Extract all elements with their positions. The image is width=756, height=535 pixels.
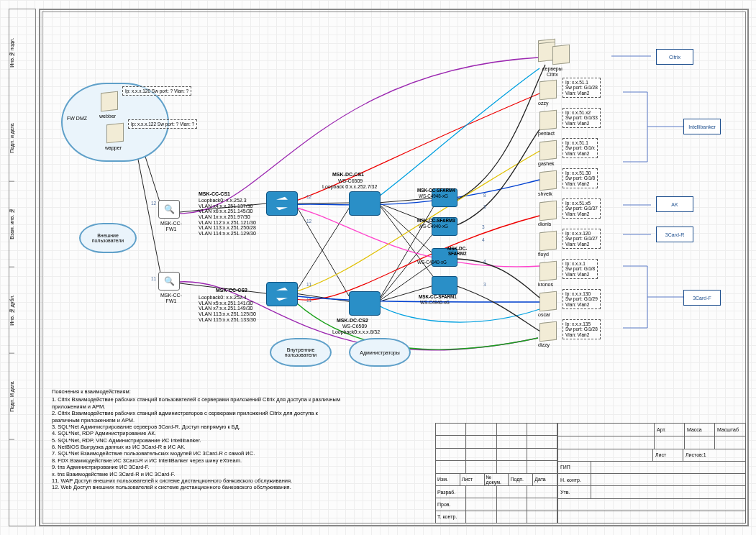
app-intellibanker: Intellibanker <box>683 119 721 134</box>
switch-dc1-model: WS-C6509 <box>338 178 363 184</box>
cloud-dmz-label: FW DMZ <box>67 116 87 122</box>
server-gashek-info: Ip: x.x.51.1Sw port: Gi1/xVlan: Vlan2 <box>563 138 598 158</box>
switch-sfarm1-model: WS-C4940-xG <box>420 301 450 306</box>
server-dizzy-icon <box>539 321 557 342</box>
switch-cs2-icon <box>266 282 298 306</box>
firewall-1a-label: MSK-CC- FW1 <box>157 221 186 232</box>
server-webber-info: Ip: x.x.x.120 Sw port: ? Vlan: ? <box>122 86 191 96</box>
app-ak: AK <box>656 196 693 212</box>
server-pentact-label: pentact <box>538 131 555 137</box>
switch-sfarm1-icon <box>432 276 457 295</box>
server-kronos-icon <box>539 261 557 282</box>
server-oscar-icon <box>539 291 557 312</box>
server-kronos-info: Ip: x.x.x.1Sw port: Gi1/8Vlan: Vlan2 <box>563 259 598 279</box>
rail-cell: Подп. и дата <box>9 96 14 182</box>
server-gashek-icon <box>539 140 557 161</box>
server-wapper-label: wapper <box>105 145 122 151</box>
app-3card-r: 3Card-R <box>656 227 693 242</box>
switch-cs1-cfg: Loopback0: x.x.252.3 VLAN x4:x.x.251.137… <box>199 198 256 237</box>
firewall-1b-label: MSK-CC- FW1 <box>157 293 186 303</box>
server-dizzy-label: dizzy <box>538 342 550 348</box>
server-dizzy-info: Ip: x.x.x.135Sw port: Gi1/28Vlan: Vlan2 <box>563 319 601 339</box>
server-shveik-label: shveik <box>538 191 552 197</box>
switch-cs2-cfg: Loopback0: x.x.252.4 VLAN x5:x.x.251.141… <box>199 295 256 322</box>
switch-cs1-icon <box>266 191 298 216</box>
switch-sfarm3-model: WS-C4940-xG <box>419 224 448 229</box>
switch-dc2-icon <box>349 291 381 316</box>
server-wapper-icon <box>106 123 124 144</box>
revision-table: Изм. Лист № докум. Подп. Дата Разраб. Пр… <box>435 423 557 523</box>
cloud-int-users: Внутренние пользователи <box>270 338 332 367</box>
rail-cell: Подп. И дата <box>9 354 14 440</box>
rail-cell: Инв. № дубл. <box>9 268 14 354</box>
rail-cell: Инв.№ подл. <box>9 9 14 96</box>
server-ozzy-label: ozzy <box>538 101 548 106</box>
switch-dc1-label: MSK-DC-CS1 <box>332 172 364 178</box>
server-gashek-label: gashek <box>538 161 555 167</box>
cloud-ext-users: Внешние пользователи <box>79 223 137 253</box>
server-floyd-icon <box>539 231 557 252</box>
server-floyd-label: floyd <box>538 252 549 257</box>
switch-sfarm4-label: MSK-CC-SFARM4 <box>417 188 455 193</box>
server-wapper-info: Ip: x.x.x.122 Sw port: ? Vlan: ? <box>128 119 197 129</box>
server-dionis-icon <box>539 201 557 221</box>
switch-cs1-label: MSK-CC-CS1 <box>199 191 230 197</box>
switch-sfarm2-model: WS-C4940-xG <box>417 260 447 265</box>
server-kronos-label: kronos <box>538 282 553 288</box>
server-shveik-info: Ip: x.x.51.30Sw port: Gi1/8Vlan: Vlan2 <box>563 168 598 188</box>
server-ozzy-info: Ip: x.x.51.1Sw port: Gi1/28Vlan: Vlan2 <box>563 78 601 98</box>
server-webber-icon <box>101 91 118 112</box>
server-dionis-label: dionis <box>538 221 551 227</box>
switch-sfarm1-label: MSK-CC-SFARM1 <box>419 295 457 300</box>
app-3card-f: 3Card-F <box>683 290 721 306</box>
app-citrix: Citrix <box>656 49 693 65</box>
switch-sfarm2-label: MSK-DC- SFARM2 <box>447 247 467 257</box>
server-webber-label: webber <box>99 114 116 119</box>
switch-sfarm3-label: MSK-CC-SFARM3 <box>417 219 455 224</box>
switch-cs2-label: MSK-CC-CS2 <box>216 288 247 293</box>
switch-dc2-model: WS-C6509 <box>342 324 367 329</box>
title-block: Арт. Масса Масштаб Лист Листов:1 ГИП Н. … <box>557 423 746 523</box>
switch-dc1-icon <box>349 191 381 216</box>
rail-cell: Взам. инв. № <box>9 181 14 268</box>
firewall-1a-icon <box>158 200 180 219</box>
legend-notes: Пояснения к взаимодействиям: 1. Citrix В… <box>52 388 440 491</box>
switch-dc1-cfg: Loopback 0:x.x.252.7/32 <box>322 184 377 190</box>
firewall-1b-icon <box>158 272 180 291</box>
switch-dc2-label: MSK-DC-CS2 <box>337 318 368 324</box>
server-shveik-icon <box>539 170 557 191</box>
server-oscar-info: Ip: x.x.x.130Sw port: Gi1/29Vlan: Vlan2 <box>563 289 601 309</box>
server-pentact-info: Ip: x.x.51.x2Sw port: Gi1/33Vlan: Vlan2 <box>563 108 601 128</box>
legend-title: Пояснения к взаимодействиям: <box>52 388 440 395</box>
server-oscar-label: oscar <box>538 312 550 318</box>
server-floyd-info: Ip: x.x.x.120Sw port: Gi1/27Vlan: Vlan2 <box>563 229 601 249</box>
citrix-servers-label: серверы Citrix <box>542 66 563 77</box>
switch-dc2-cfg: Loopback0:x.x.x.8/32 <box>332 329 380 335</box>
switch-sfarm4-model: WS-C4948-xG <box>419 194 448 199</box>
server-pentact-icon <box>539 110 557 131</box>
server-ozzy-icon <box>539 80 557 101</box>
server-dionis-info: Ip: x.x.51.x5Sw port: Gi1/37Vlan: Vlan2 <box>563 198 601 219</box>
cloud-admins: Администраторы <box>349 338 411 367</box>
